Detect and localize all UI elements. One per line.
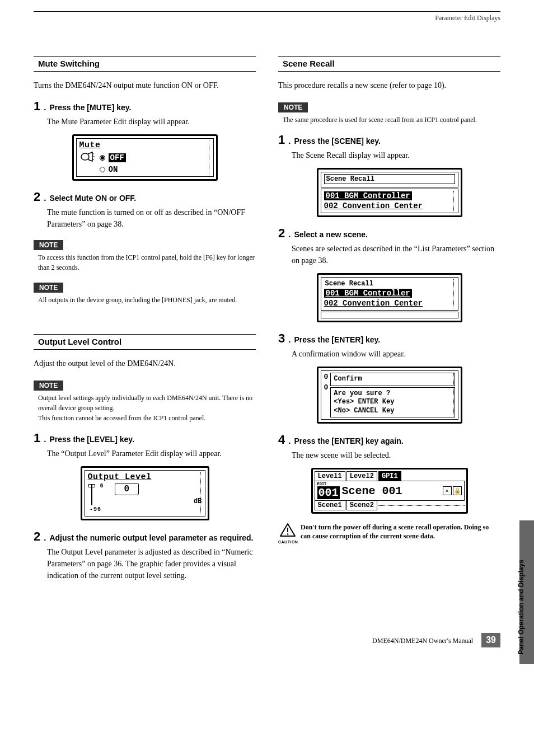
tab-gpi1: GPI1 [378, 471, 401, 481]
lcd-title-text: Scene Recall [324, 279, 455, 288]
step-row: 1. Press the [SCENE] key. [278, 133, 500, 147]
lcd-scene-recall-1: Scene Recall 001 BGM_Controller 002 Conv… [317, 168, 462, 217]
running-head: Parameter Edit Displays [34, 14, 500, 22]
confirm-title: Confirm [330, 373, 455, 386]
note-tag: NOTE [34, 381, 63, 391]
step-number: 1 [278, 133, 285, 147]
step-row: 4. Press the [ENTER] key again. [278, 433, 500, 447]
lcd-mute: Mute OFF [72, 134, 218, 181]
section-heading-label: Output Level Control [38, 337, 121, 346]
lcd-option-off: OFF [109, 153, 126, 162]
lock-icon: 🔒 [453, 486, 462, 495]
step-body: The mute function is turned on or off as… [47, 206, 256, 230]
tab-level2: Level2 [346, 471, 377, 481]
lcd-title: Output Level [88, 472, 202, 482]
step-number: 2 [278, 226, 285, 241]
fader-min: -96 [90, 506, 101, 513]
step-title: Select Mute ON or OFF. [49, 194, 136, 203]
section-heading-scene: Scene Recall [278, 56, 500, 72]
intro-text: Adjust the output level of the DME64N/24… [34, 358, 256, 369]
page-footer: DME64N/DME24N Owner's Manual 39 [34, 633, 500, 647]
intro-text: This procedure recalls a new scene (refe… [278, 79, 500, 91]
manual-title: DME64N/DME24N Owner's Manual [372, 637, 473, 645]
scene-list-item: 001 BGM_Controller [324, 289, 412, 298]
tab-scene2: Scene2 [346, 501, 377, 510]
step-row: 2. Select a new scene. [278, 226, 500, 241]
confirm-line: Are you sure ? [334, 389, 451, 398]
mute-icon: ✕ [443, 486, 452, 495]
step-number: 2 [34, 529, 40, 544]
speaker-icon [79, 152, 96, 164]
intro-text: Turns the DME64N/24N output mute functio… [34, 79, 256, 91]
note-body: To access this function from the ICP1 co… [38, 252, 256, 273]
step-row: 1. Press the [LEVEL] key. [34, 431, 256, 445]
scene-name: Scene 001 [342, 485, 402, 497]
step-dot: . [44, 102, 46, 112]
step-number: 1 [34, 99, 40, 114]
page-number: 39 [481, 633, 500, 647]
step-number: 2 [34, 190, 40, 204]
step-body: The Mute Parameter Edit display will app… [47, 116, 256, 128]
lcd-scene-recall-2: Scene Recall 001 BGM_Controller 002 Conv… [317, 273, 462, 322]
confirm-line: <No> CANCEL Key [334, 407, 451, 416]
caution-block: CAUTION Don't turn the power off during … [278, 523, 500, 544]
step-row: 2. Adjust the numeric output level param… [34, 529, 256, 544]
confirm-line: <Yes> ENTER Key [334, 398, 451, 407]
step-title: Press the [ENTER] key again. [294, 436, 403, 445]
side-tab-label: Panel Operation and Displays [517, 560, 525, 654]
step-body: The Scene Recall display will appear. [292, 149, 500, 161]
section-heading-output: Output Level Control [34, 334, 256, 350]
scene-list-item: 001 BGM_Controller [324, 191, 412, 200]
step-row: 1. Press the [MUTE] key. [34, 99, 256, 114]
step-body: Scenes are selected as described in the … [292, 243, 500, 266]
lcd-option-on: ON [109, 165, 118, 174]
step-title: Press the [MUTE] key. [49, 103, 131, 112]
step-row: 3. Press the [ENTER] key. [278, 331, 500, 346]
step-number: 4 [278, 433, 285, 447]
step-row: 2. Select Mute ON or OFF. [34, 190, 256, 204]
step-title: Press the [SCENE] key. [294, 137, 381, 145]
note-body: Output level settings apply individually… [38, 393, 256, 423]
caution-triangle-icon [278, 523, 297, 540]
step-body: The new scene will be selected. [292, 449, 500, 461]
section-heading-label: Scene Recall [283, 59, 335, 68]
caution-label: CAUTION [278, 540, 297, 544]
tab-scene1: Scene1 [315, 501, 345, 510]
lcd-title: Mute [79, 140, 210, 150]
note-tag: NOTE [34, 283, 63, 293]
step-number: 3 [278, 331, 285, 346]
note-body: All outputs in the device group, includi… [38, 295, 256, 305]
step-number: 1 [34, 431, 40, 445]
fader-icon [88, 483, 97, 506]
lcd-confirm: 0 0 Confirm Are you sure ? <Yes> ENTER K… [317, 367, 462, 424]
scene-number: 001 [317, 486, 340, 499]
section-heading-label: Mute Switching [38, 59, 100, 68]
caution-text: Don't turn the power off during a scene … [301, 523, 500, 542]
note-body: The same procedure is used for scene rec… [283, 115, 500, 125]
scene-list-item: 002 Convention_Center [324, 299, 423, 308]
radio-empty-icon [100, 167, 105, 172]
note-tag: NOTE [34, 240, 63, 250]
level-value: 0 [115, 483, 139, 495]
step-body: A confirmation window will appear. [292, 348, 500, 360]
step-title: Adjust the numeric output level paramete… [49, 533, 253, 542]
tab-level1: Level1 [315, 471, 345, 481]
lcd-main-panel: Level1 Level2 GPI1 EDIT 001 Scene 001 ✕ … [311, 468, 468, 513]
svg-point-0 [81, 153, 89, 160]
svg-point-2 [287, 533, 289, 535]
step-title: Select a new scene. [294, 230, 368, 239]
step-title: Press the [LEVEL] key. [49, 435, 134, 444]
lcd-title-box: Scene Recall [324, 174, 455, 184]
step-body: The “Output Level” Parameter Edit displa… [47, 448, 256, 459]
step-title: Press the [ENTER] key. [294, 335, 380, 344]
note-tag: NOTE [278, 102, 308, 112]
section-heading-mute: Mute Switching [34, 56, 256, 72]
lcd-output-level: Output Level 6 -96 0 dB [81, 466, 209, 520]
radio-filled-icon [100, 155, 105, 161]
step-body: The Output Level parameter is adjusted a… [47, 546, 256, 581]
scene-list-item: 002 Convention_Center [324, 201, 423, 210]
